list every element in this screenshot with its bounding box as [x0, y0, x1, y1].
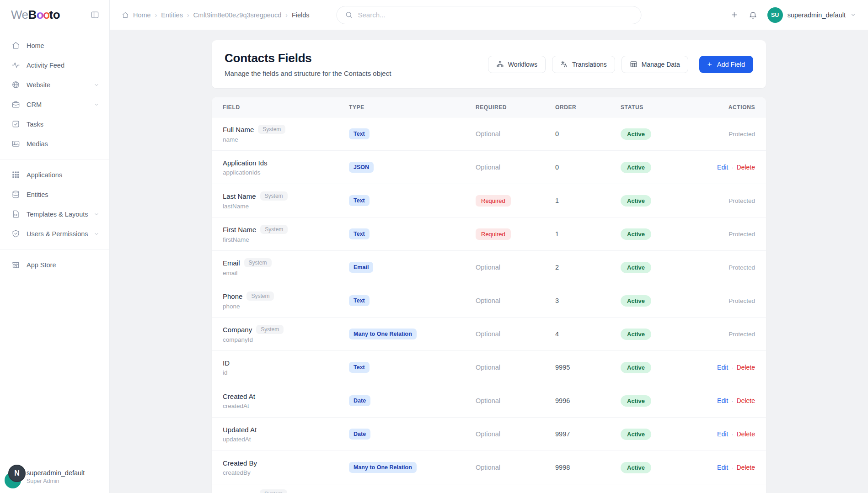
globe-icon: [11, 80, 20, 89]
field-name: Full Name: [223, 126, 254, 133]
edit-link[interactable]: Edit: [717, 364, 728, 371]
field-key: applicationIds: [223, 169, 349, 176]
status-badge: Active: [621, 395, 651, 407]
add-field-button[interactable]: +Add Field: [699, 56, 753, 73]
fields-table-card: FIELDTYPEREQUIREDORDERSTATUSACTIONS Full…: [212, 97, 766, 493]
sidebar-item-website[interactable]: Website: [0, 75, 109, 95]
order-value: 1: [555, 197, 559, 204]
field-key: lastName: [223, 203, 349, 210]
translate-icon: [560, 60, 568, 68]
sidebar-item-tasks[interactable]: Tasks: [0, 114, 109, 134]
sidebar-item-label: Entities: [27, 191, 99, 198]
field-cell: IDid: [223, 359, 349, 376]
breadcrumb-item[interactable]: Home: [133, 11, 151, 19]
sidebar-item-label: Activity Feed: [27, 62, 99, 69]
field-cell: Full NameSystemname: [223, 125, 349, 143]
home-icon[interactable]: [122, 11, 129, 19]
sidebar-collapse-icon[interactable]: [91, 11, 99, 19]
action-separator: ·: [731, 431, 733, 438]
system-badge: System: [260, 489, 287, 493]
brand-logo[interactable]: WeBooto: [11, 8, 60, 22]
breadcrumb-item[interactable]: Cmlt9im8e00ez9q3sregpeucd: [193, 11, 282, 19]
sidebar-item-home[interactable]: Home: [0, 36, 109, 55]
field-name: Application Ids: [223, 159, 268, 167]
system-badge: System: [244, 258, 272, 267]
delete-link[interactable]: Delete: [737, 430, 755, 438]
field-name: Updated At: [223, 426, 257, 434]
delete-link[interactable]: Delete: [737, 364, 755, 371]
field-key: phone: [223, 303, 349, 310]
status-badge: Active: [621, 362, 651, 373]
sidebar-item-activity-feed[interactable]: Activity Feed: [0, 55, 109, 75]
order-value: 9995: [555, 364, 570, 371]
sidebar-item-applications[interactable]: Applications: [0, 165, 109, 185]
chevron-down-icon: [850, 12, 856, 18]
breadcrumb-item[interactable]: Fields: [292, 11, 310, 19]
table-row: Last NameSystemlastNameTextRequired1Acti…: [212, 184, 766, 217]
optional-label: Optional: [476, 164, 500, 171]
button-label: Add Field: [717, 61, 745, 68]
breadcrumb-item[interactable]: Entities: [161, 11, 183, 19]
user-menu[interactable]: SU superadmin_default: [767, 7, 856, 23]
template-icon: [11, 210, 20, 218]
search-input[interactable]: [358, 11, 633, 19]
order-value: 4: [555, 330, 559, 338]
sidebar-item-entities[interactable]: Entities: [0, 185, 109, 204]
edit-link[interactable]: Edit: [717, 464, 728, 471]
field-cell: Created AtcreatedAt: [223, 392, 349, 409]
add-icon[interactable]: [730, 11, 739, 19]
status-badge: Active: [621, 228, 651, 240]
field-key: name: [223, 136, 349, 143]
sidebar-item-label: Tasks: [27, 121, 99, 128]
sidebar-user-footer[interactable]: N superadmin_default Super Admin: [0, 460, 109, 493]
table-row-partial: System: [212, 484, 766, 493]
system-badge: System: [260, 225, 288, 234]
delete-link[interactable]: Delete: [737, 397, 755, 404]
chat-widget-bubble[interactable]: N: [8, 465, 26, 482]
edit-link[interactable]: Edit: [717, 430, 728, 438]
workflows-button[interactable]: Workflows: [488, 56, 546, 73]
field-name: Last Name: [223, 192, 256, 200]
sidebar-divider: [0, 249, 109, 249]
table-row: CompanySystemcompanyIdMany to One Relati…: [212, 318, 766, 351]
sidebar-item-app-store[interactable]: App Store: [0, 255, 109, 275]
edit-link[interactable]: Edit: [717, 397, 728, 404]
sidebar-item-templates-layouts[interactable]: Templates & Layouts: [0, 204, 109, 224]
status-badge: Active: [621, 329, 651, 340]
field-key: id: [223, 369, 349, 376]
status-badge: Active: [621, 295, 651, 307]
optional-label: Optional: [476, 464, 500, 471]
table-row: Full NameSystemnameTextOptional0ActivePr…: [212, 117, 766, 151]
translations-button[interactable]: Translations: [552, 56, 615, 73]
sidebar-item-users-permissions[interactable]: Users & Permissions: [0, 224, 109, 244]
activity-icon: [11, 61, 20, 69]
tasks-icon: [11, 120, 20, 128]
breadcrumb-separator: ›: [155, 11, 157, 19]
protected-label: Protected: [729, 331, 755, 338]
field-key: email: [223, 270, 349, 276]
order-value: 9996: [555, 397, 570, 404]
delete-link[interactable]: Delete: [737, 464, 755, 471]
type-badge: Email: [349, 262, 373, 273]
type-badge: Text: [349, 362, 370, 373]
brand-infinity-mark: oo: [37, 8, 49, 21]
delete-link[interactable]: Delete: [737, 164, 755, 171]
sidebar-item-medias[interactable]: Medias: [0, 134, 109, 154]
edit-link[interactable]: Edit: [717, 164, 728, 171]
field-name: ID: [223, 359, 230, 367]
order-value: 0: [555, 130, 559, 138]
type-badge: Date: [349, 395, 370, 406]
action-separator: ·: [731, 398, 733, 404]
global-search[interactable]: [337, 6, 642, 24]
order-value: 2: [555, 264, 559, 271]
table-row: First NameSystemfirstNameTextRequired1Ac…: [212, 217, 766, 251]
optional-label: Optional: [476, 364, 500, 371]
field-name: Phone: [223, 292, 242, 300]
notifications-bell-icon[interactable]: [749, 11, 757, 19]
manage-data-button[interactable]: Manage Data: [622, 56, 688, 73]
field-key: firstName: [223, 236, 349, 243]
sidebar-item-crm[interactable]: CRM: [0, 95, 109, 114]
chevron-down-icon: [94, 212, 99, 217]
breadcrumb-separator: ›: [187, 11, 189, 19]
table-row: PhoneSystemphoneTextOptional3ActiveProte…: [212, 284, 766, 318]
